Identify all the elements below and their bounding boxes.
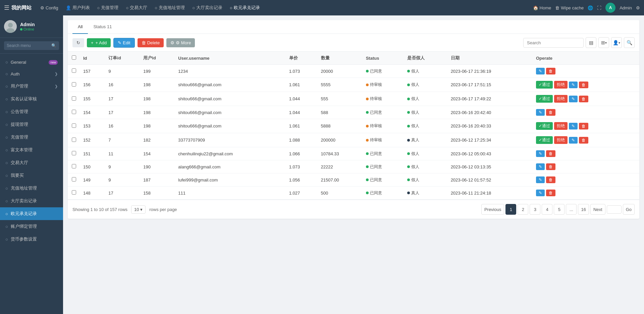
sidebar-item-auth[interactable]: ○ Auth ❯ [0,68,63,80]
edit-row-button[interactable]: ✎ [569,137,578,144]
edit-row-button[interactable]: ✎ [569,82,578,88]
reject-button[interactable]: 拒绝 [554,81,568,89]
delete-row-button[interactable]: 🗑 [579,123,588,129]
delete-row-button[interactable]: 🗑 [546,68,555,74]
refresh-button[interactable]: ↻ [72,38,84,47]
row-checkbox[interactable] [72,68,76,73]
home-link[interactable]: 🏠 Home [533,5,551,10]
fullscreen-btn[interactable]: ⛶ [597,5,601,10]
delete-row-button[interactable]: 🗑 [546,163,555,170]
edit-row-button[interactable]: ✎ [536,176,545,183]
avatar[interactable]: A [605,3,615,13]
approve-button[interactable]: ✓通过 [536,136,553,144]
table-search-input[interactable] [523,38,584,48]
row-checkbox-cell[interactable] [68,147,80,160]
sidebar-item-trading-hall[interactable]: ○ 交易大厅 [0,156,63,169]
go-button[interactable]: Go [623,204,635,215]
reject-button[interactable]: 拒绝 [554,136,568,144]
delete-row-button[interactable]: 🗑 [579,82,588,88]
page-2-button[interactable]: 2 [518,204,528,215]
column-toggle-btn[interactable]: 👤 ▾ [611,37,622,48]
approve-button[interactable]: ✓通过 [536,122,553,130]
search-menu-input[interactable] [4,41,59,50]
row-checkbox-cell[interactable] [68,65,80,78]
row-checkbox-cell[interactable] [68,160,80,173]
page-3-button[interactable]: 3 [530,204,540,215]
sidebar-item-general[interactable]: ○ General new [0,56,63,68]
approve-button[interactable]: ✓通过 [536,81,553,89]
more-button[interactable]: ⚙ ⚙ More [166,38,195,47]
delete-row-button[interactable]: 🗑 [579,137,588,144]
edit-row-button[interactable]: ✎ [536,190,545,196]
row-checkbox[interactable] [72,177,76,181]
go-to-page-input[interactable] [607,205,622,214]
rows-per-page-select[interactable]: 10 ▾ [131,205,146,214]
sidebar-item-account-bind[interactable]: ○ 账户绑定管理 [0,220,63,233]
row-checkbox-cell[interactable] [68,119,80,133]
nav-item-recharge[interactable]: ○ 充值管理 [94,3,122,13]
row-checkbox[interactable] [72,110,76,114]
page-1-button[interactable]: 1 [505,204,516,215]
delete-button[interactable]: 🗑 Delete [138,38,164,47]
sidebar-item-euro-records[interactable]: ○ 欧元承兑记录 [0,207,63,220]
row-checkbox[interactable] [72,190,76,195]
delete-row-button[interactable]: 🗑 [546,190,555,196]
nav-item-recharge-addr[interactable]: ○ 充值地址管理 [151,3,188,13]
row-checkbox[interactable] [72,82,76,87]
nav-item-euro[interactable]: ○ 欧元承兑记录 [226,3,263,13]
sidebar-search-icon[interactable]: 🔍 [51,43,56,48]
edit-button[interactable]: ✎ Edit [113,38,135,48]
th-select-all[interactable] [68,52,80,65]
row-checkbox[interactable] [72,138,76,142]
sidebar-item-recharge-addr-mgmt[interactable]: ○ 充值地址管理 [0,182,63,195]
hamburger-icon[interactable]: ☰ [4,4,9,11]
translate-icon-btn[interactable]: 🌐 [588,5,593,10]
row-checkbox[interactable] [72,96,76,101]
select-all-checkbox[interactable] [72,55,76,60]
edit-row-button[interactable]: ✎ [536,150,545,157]
row-checkbox[interactable] [72,164,76,168]
sidebar-item-user-mgmt[interactable]: ○ 用户管理 ❯ [0,80,63,93]
admin-label[interactable]: Admin [620,5,632,10]
nav-item-userlist[interactable]: 👤 用户列表 [62,3,93,13]
nav-item-hall-sell[interactable]: ○ 大厅卖出记录 [189,3,226,13]
tab-status11[interactable]: Status 11 [88,20,117,34]
row-checkbox-cell[interactable] [68,173,80,187]
page-5-button[interactable]: 5 [554,204,565,215]
sidebar-item-announcement[interactable]: ○ 公告管理 [0,105,63,118]
delete-row-button[interactable]: 🗑 [546,176,555,183]
approve-button[interactable]: ✓通过 [536,95,553,103]
row-checkbox-cell[interactable] [68,106,80,119]
table-view-btn[interactable]: ▤ [586,37,596,48]
row-checkbox[interactable] [72,123,76,128]
delete-row-button[interactable]: 🗑 [546,150,555,157]
nav-item-trading[interactable]: ○ 交易大厅 [122,3,151,13]
reject-button[interactable]: 拒绝 [554,95,568,103]
row-checkbox[interactable] [72,151,76,155]
wipe-cache-link[interactable]: 🗑 Wipe cache [555,5,584,10]
row-checkbox-cell[interactable] [68,187,80,200]
table-search-btn[interactable]: 🔍 [624,37,635,48]
reject-button[interactable]: 拒绝 [554,122,568,130]
row-checkbox-cell[interactable] [68,133,80,147]
edit-row-button[interactable]: ✎ [536,109,545,116]
sidebar-item-rich-text[interactable]: ○ 富文本管理 [0,144,63,156]
page-16-button[interactable]: 16 [578,204,589,215]
sidebar-item-real-name[interactable]: ○ 实名认证审核 [0,93,63,105]
row-checkbox-cell[interactable] [68,78,80,92]
add-button[interactable]: + + Add [87,38,111,47]
sidebar-item-withdrawal[interactable]: ○ 提现管理 [0,118,63,131]
prev-button[interactable]: Previous [481,204,504,215]
page-4-button[interactable]: 4 [542,204,552,215]
next-button[interactable]: Next [590,204,605,215]
edit-row-button[interactable]: ✎ [536,68,545,74]
delete-row-button[interactable]: 🗑 [579,96,588,102]
edit-row-button[interactable]: ✎ [569,123,578,129]
row-checkbox-cell[interactable] [68,92,80,106]
tab-all[interactable]: All [72,20,88,34]
sidebar-item-currency-params[interactable]: ○ 货币参数设置 [0,233,63,246]
delete-row-button[interactable]: 🗑 [546,109,555,116]
edit-row-button[interactable]: ✎ [536,163,545,170]
sidebar-item-want-buy[interactable]: ○ 我要买 [0,169,63,182]
edit-row-button[interactable]: ✎ [569,96,578,102]
